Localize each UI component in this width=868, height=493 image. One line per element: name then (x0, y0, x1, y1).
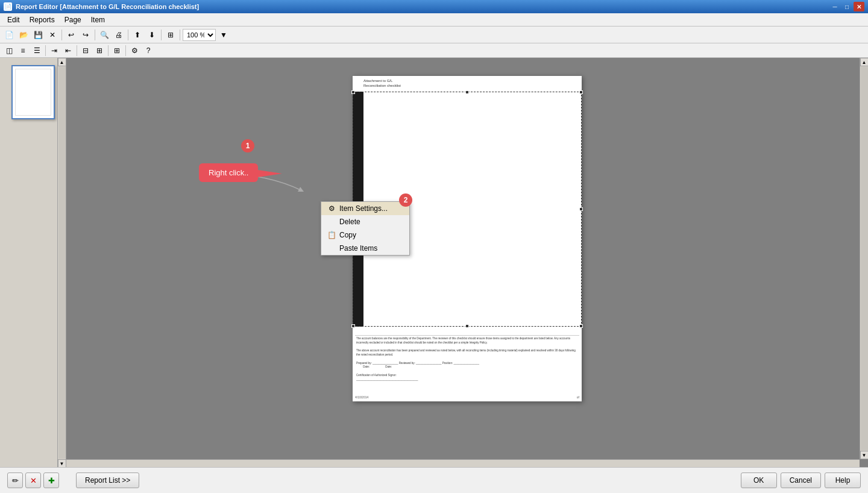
import-button[interactable]: ⬆ (131, 28, 144, 42)
separator-2 (95, 30, 95, 40)
left-scrollbar[interactable]: ▲ ▼ (57, 58, 66, 468)
fmt-sep-3 (108, 45, 108, 56)
scroll-down-arrow[interactable]: ▼ (58, 459, 66, 468)
fmt-sep-4 (125, 45, 126, 56)
group-button[interactable]: ⊟ (79, 44, 92, 57)
main-action-buttons: OK Cancel Help (741, 473, 861, 488)
copy-icon: 📋 (327, 231, 336, 239)
report-date: 4/10/2014 (355, 395, 368, 399)
cancel-button[interactable]: Cancel (781, 473, 821, 488)
settings-icon: ⚙ (327, 204, 336, 213)
help-toolbar-button[interactable]: ? (142, 44, 155, 57)
pages-panel: ▲ ▼ (0, 58, 66, 468)
report-title-line2: Reconciliation checklist (363, 83, 401, 88)
title-controls[interactable]: ─ □ ✕ (829, 2, 864, 11)
maximize-button[interactable]: □ (841, 2, 852, 11)
page-thumbnail-1[interactable] (11, 65, 55, 119)
dialog-buttons: ✏ ✕ ✚ Report List >> OK Cancel Help (0, 467, 868, 493)
bottom-left-area: ✏ ✕ ✚ Report List >> (7, 473, 737, 488)
open-button[interactable]: 📂 (17, 28, 30, 42)
app-icon: 📄 (4, 2, 12, 11)
zoom-dropdown-button[interactable]: ▼ (217, 28, 230, 42)
zoom-select[interactable]: 100 % 75 % 125 % 150 % (183, 29, 216, 41)
menu-edit[interactable]: Edit (2, 14, 25, 25)
report-footer-text: The account balances are the responsibil… (355, 336, 579, 383)
menu-bar: Edit Reports Page Item (0, 13, 868, 27)
delete-icon (327, 218, 336, 226)
report-footer-section: The account balances are the responsibil… (355, 335, 579, 383)
grid-button[interactable]: ⊞ (164, 28, 177, 42)
outdent-button[interactable]: ⇤ (61, 44, 75, 57)
report-list-btn[interactable]: Report List >> (76, 473, 139, 488)
paste-icon (327, 244, 336, 253)
undo-button[interactable]: ↩ (64, 28, 78, 42)
delete-bottom-button[interactable]: ✕ (25, 473, 41, 488)
separator-3 (128, 30, 128, 40)
table-button[interactable]: ⊞ (110, 44, 124, 57)
ungroup-button[interactable]: ⊞ (93, 44, 106, 57)
fmt-sep-1 (45, 45, 46, 56)
align-left-button[interactable]: ◫ (2, 44, 16, 57)
separator-4 (161, 30, 162, 40)
context-menu-item-settings[interactable]: ⚙ Item Settings... (321, 202, 409, 215)
context-menu: ⚙ Item Settings... Delete 📋 Copy Paste I… (321, 201, 410, 256)
save-button[interactable]: 💾 (31, 28, 45, 42)
handle-tm[interactable] (465, 90, 469, 94)
separator-1 (61, 30, 62, 40)
handle-bm[interactable] (465, 324, 469, 328)
help-button[interactable]: Help (825, 473, 861, 488)
handle-br[interactable] (579, 324, 583, 328)
minimize-button[interactable]: ─ (829, 2, 840, 11)
report-header: Attachment to G/L Reconciliation checkli… (363, 78, 401, 89)
step-badge-1: 1 (241, 139, 254, 152)
callout-bubble: Right click.. (199, 163, 258, 182)
main-vscroll-track[interactable] (861, 67, 868, 450)
menu-page[interactable]: Page (60, 14, 86, 25)
context-menu-item-copy[interactable]: 📋 Copy (321, 228, 409, 242)
thumb-inner (15, 69, 51, 116)
main-scroll-up[interactable]: ▲ (860, 58, 869, 66)
context-menu-item-delete[interactable]: Delete (321, 215, 409, 228)
add-bottom-button[interactable]: ✚ (43, 473, 59, 488)
title-bar-left: 📄 Report Editor [Attachment to G/L Recon… (4, 2, 199, 11)
align-center-button[interactable]: ≡ (16, 44, 30, 57)
main-scroll-down[interactable]: ▼ (860, 451, 869, 459)
context-menu-item-paste[interactable]: Paste Items (321, 242, 409, 255)
format-toolbar: ◫ ≡ ☰ ⇥ ⇤ ⊟ ⊞ ⊞ ⚙ ? (0, 43, 868, 58)
scroll-track[interactable] (58, 67, 66, 459)
title-bar: 📄 Report Editor [Attachment to G/L Recon… (0, 0, 868, 13)
properties-button[interactable]: ⚙ (128, 44, 141, 57)
canvas-area[interactable]: Attachment to G/L Reconciliation checkli… (66, 58, 868, 468)
align-right-button[interactable]: ☰ (30, 44, 43, 57)
indent-button[interactable]: ⇥ (48, 44, 61, 57)
delete-toolbar-button[interactable]: ✕ (46, 28, 59, 42)
separator-5 (180, 30, 180, 40)
ok-button[interactable]: OK (741, 473, 777, 488)
step-badge-2: 2 (399, 193, 412, 207)
window-title: Report Editor [Attachment to G/L Reconci… (16, 3, 199, 10)
new-button[interactable]: 📄 (2, 28, 16, 42)
main-scroll-vertical[interactable]: ▲ ▼ (860, 58, 868, 459)
redo-button[interactable]: ↪ (79, 28, 92, 42)
fmt-sep-2 (77, 45, 77, 56)
export-button[interactable]: ⬇ (145, 28, 159, 42)
report-title-line1: Attachment to G/L (363, 78, 401, 83)
scroll-up-arrow[interactable]: ▲ (58, 58, 66, 66)
edit-bottom-button[interactable]: ✏ (7, 473, 23, 488)
menu-reports[interactable]: Reports (25, 14, 60, 25)
main-toolbar: 📄 📂 💾 ✕ ↩ ↪ 🔍 🖨 ⬆ ⬇ ⊞ 100 % 75 % 125 % 1… (0, 27, 868, 43)
close-button[interactable]: ✕ (854, 2, 864, 11)
main-scroll-horizontal[interactable] (66, 459, 860, 468)
print-button[interactable]: 🖨 (112, 28, 125, 42)
handle-tr[interactable] (579, 90, 583, 94)
main-layout: ▲ ▼ Attachment to G/L Reconciliation che… (0, 58, 868, 468)
report-page-num: of (577, 395, 579, 399)
menu-item[interactable]: Item (86, 14, 110, 25)
handle-mr[interactable] (579, 207, 583, 211)
preview-button[interactable]: 🔍 (98, 28, 111, 42)
